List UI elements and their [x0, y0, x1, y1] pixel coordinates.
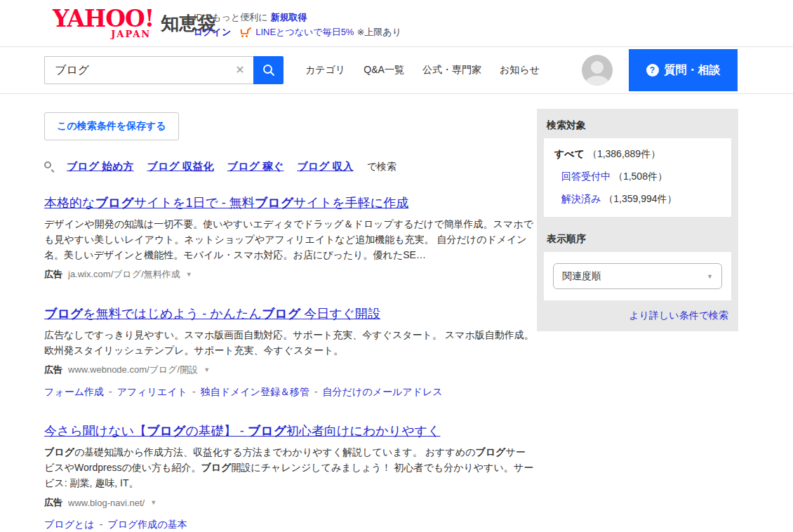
cart-icon: [241, 27, 251, 37]
result-sublinks: フォーム作成-アフィリエイト-独自ドメイン登録＆移管-自分だけのメールアドレス: [44, 386, 535, 399]
ask-question-button[interactable]: ? 質問・相談: [629, 49, 738, 91]
search-target-heading: 検索対象: [547, 119, 728, 132]
ad-badge: 広告: [44, 268, 62, 281]
chevron-down-icon: ▼: [707, 273, 713, 280]
sort-order-heading: 表示順序: [547, 233, 728, 246]
suggest-link[interactable]: ブログ 稼ぐ: [227, 160, 284, 173]
ad-badge: 広告: [44, 496, 62, 509]
yahoo-japan-logo[interactable]: YAHOO! JAPAN: [53, 8, 154, 39]
account-promo: IDでもっと便利に 新規取得 ログイン LINEとつないで毎日5% ※上限あり: [194, 10, 401, 39]
advanced-search-link[interactable]: より詳しい条件で検索: [629, 310, 728, 321]
logo-japan-text: JAPAN: [111, 29, 151, 39]
result-description: ブログの基礎知識から作成方法、収益化する方法までわかりやすく解説しています。 お…: [44, 444, 535, 491]
result-sublink[interactable]: ブログ作成の基本: [107, 519, 187, 530]
result-title-link[interactable]: 今さら聞けない【ブログの基礎】 - ブログ初心者向けにわかりやすく: [44, 424, 440, 438]
ad-badge: 広告: [44, 364, 62, 376]
chevron-down-icon[interactable]: ▼: [150, 499, 156, 506]
result-ad-line[interactable]: 広告 www.blog-navi.net/ ▼: [44, 496, 535, 510]
search-result: ブログを無料ではじめよう - かんたんブログ 今日すぐ開設 広告なしですっきり見…: [44, 305, 535, 399]
sort-order-value: 関連度順: [562, 270, 601, 283]
search-result: 本格的なブログサイトを1日で - 無料ブログサイトを手軽に作成 デザインや開発の…: [44, 194, 535, 281]
sublink-separator: -: [109, 386, 112, 397]
result-sublink[interactable]: 自分だけのメールアドレス: [323, 386, 443, 397]
result-url: ja.wix.com/ブログ/無料作成: [68, 268, 180, 281]
result-sublink[interactable]: アフィリエイト: [117, 386, 187, 397]
result-title-link[interactable]: 本格的なブログサイトを1日で - 無料ブログサイトを手軽に作成: [44, 196, 408, 210]
topbar: YAHOO! JAPAN 知恵袋 IDでもっと便利に 新規取得 ログイン LIN…: [0, 0, 793, 47]
result-sublink[interactable]: ブログとは: [44, 519, 95, 530]
suggest-link[interactable]: ブログ 収益化: [147, 160, 214, 173]
ask-question-label: 質問・相談: [665, 63, 721, 78]
filter-solved-count: （1,359,994件）: [604, 193, 677, 204]
suggest-suffix: で検索: [367, 161, 396, 173]
filter-all-label: すべて: [554, 148, 585, 159]
filter-all: すべて （1,386,889件）: [554, 148, 721, 161]
result-description: 広告なしですっきり見やすい。スマホ版画面自動対応。サポート充実、今すぐスタート。…: [44, 327, 535, 358]
question-bubble-icon: ?: [646, 64, 659, 77]
result-description: デザインや開発の知識は一切不要。使いやすいエディタでドラッグ＆ドロップするだけで…: [44, 216, 535, 262]
save-search-button[interactable]: この検索条件を保存する: [44, 112, 179, 140]
signup-link[interactable]: 新規取得: [271, 10, 307, 25]
search-box: ✕: [44, 56, 284, 84]
sublink-separator: -: [100, 519, 103, 530]
search-suggest-icon: [44, 161, 55, 172]
search-target-box: すべて （1,386,889件） 回答受付中 （1,508件） 解決済み （1,…: [544, 138, 731, 217]
search-input[interactable]: [44, 56, 253, 84]
result-url: www.webnode.com/ブログ/開設: [68, 364, 198, 376]
result-sublink[interactable]: フォーム作成: [44, 386, 104, 397]
search-results-main: この検索条件を保存する ブログ 始め方 ブログ 収益化 ブログ 稼ぐ ブログ 収…: [44, 112, 535, 531]
result-ad-line[interactable]: 広告 ja.wix.com/ブログ/無料作成 ▼: [44, 267, 535, 281]
result-ad-line[interactable]: 広告 www.webnode.com/ブログ/開設 ▼: [44, 363, 535, 377]
related-searches: ブログ 始め方 ブログ 収益化 ブログ 稼ぐ ブログ 収入 で検索: [44, 160, 535, 173]
result-title-link[interactable]: ブログを無料ではじめよう - かんたんブログ 今日すぐ開設: [44, 307, 380, 321]
chevron-down-icon[interactable]: ▼: [186, 271, 192, 278]
sort-order-select[interactable]: 関連度順 ▼: [553, 263, 722, 289]
filter-open-link[interactable]: 回答受付中: [561, 171, 611, 182]
login-link[interactable]: ログイン: [194, 25, 231, 39]
nav-official-experts[interactable]: 公式・専門家: [422, 64, 481, 77]
logo-yahoo-text: YAHOO!: [53, 8, 154, 29]
search-button[interactable]: [253, 56, 284, 84]
nav-qa-list[interactable]: Q&A一覧: [364, 64, 404, 77]
suggest-link[interactable]: ブログ 始め方: [67, 160, 134, 173]
search-icon: [262, 63, 276, 77]
filter-open: 回答受付中 （1,508件）: [561, 171, 721, 183]
nav-category[interactable]: カテゴリ: [305, 64, 345, 77]
filter-open-count: （1,508件）: [613, 171, 667, 182]
line-promo-note: ※上限あり: [356, 25, 401, 39]
advanced-search: より詳しい条件で検索: [547, 310, 728, 322]
sublink-separator: -: [314, 386, 318, 397]
id-promo-text: IDでもっと便利に: [194, 10, 268, 25]
sublink-separator: -: [192, 386, 196, 397]
filter-solved: 解決済み （1,359,994件）: [561, 193, 721, 206]
result-url: www.blog-navi.net/: [68, 498, 145, 508]
avatar[interactable]: [582, 55, 613, 86]
avatar-person-icon: [591, 61, 604, 74]
result-sublinks: ブログとは-ブログ作成の基本: [44, 519, 535, 531]
suggest-link[interactable]: ブログ 収入: [297, 160, 353, 173]
clear-search-icon[interactable]: ✕: [234, 64, 246, 77]
main-nav: カテゴリ Q&A一覧 公式・専門家 お知らせ: [305, 47, 540, 93]
chevron-down-icon[interactable]: ▼: [204, 366, 210, 373]
filter-all-count: （1,386,889件）: [587, 148, 660, 159]
filter-sidebar: 検索対象 すべて （1,386,889件） 回答受付中 （1,508件） 解決済…: [537, 109, 738, 331]
nav-notice[interactable]: お知らせ: [500, 64, 540, 77]
search-result: 今さら聞けない【ブログの基礎】 - ブログ初心者向けにわかりやすく ブログの基礎…: [44, 423, 535, 531]
result-sublink[interactable]: 独自ドメイン登録＆移管: [201, 386, 309, 397]
sort-order-box: 関連度順 ▼: [544, 252, 731, 300]
filter-solved-link[interactable]: 解決済み: [561, 193, 601, 204]
logo-wrap: YAHOO! JAPAN 知恵袋: [53, 8, 215, 39]
line-promo-link[interactable]: LINEとつないで毎日5%: [255, 25, 354, 39]
